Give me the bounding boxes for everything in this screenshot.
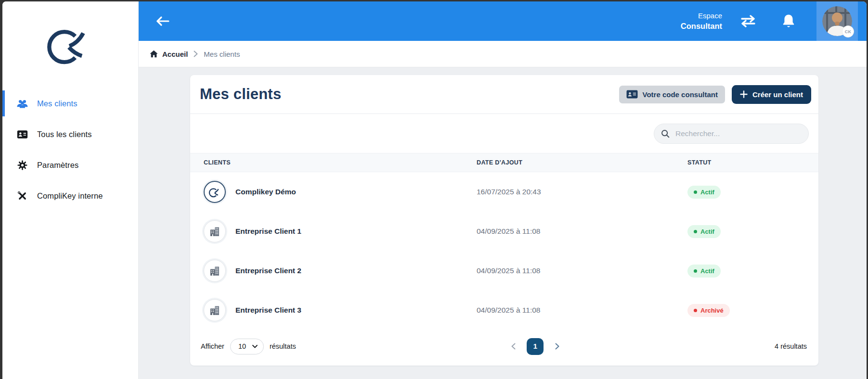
status-badge: Actif (687, 265, 721, 278)
total-results: 4 résultats (775, 342, 807, 350)
building-icon (209, 304, 220, 316)
clients-card: Mes clients Votre code consultant (190, 75, 818, 366)
client-name: Entreprise Client 1 (235, 227, 301, 236)
previous-page-button[interactable] (507, 340, 519, 353)
sidebar-item-label: CompliKey interne (37, 191, 103, 201)
building-avatar (204, 220, 226, 242)
gear-icon (16, 159, 28, 171)
header-action-buttons: Votre code consultant Créer un client (619, 85, 811, 104)
sidebar-item-label: Tous les clients (37, 130, 91, 139)
client-name: Complikey Démo (235, 188, 296, 196)
avatar-ck-badge: CK (842, 25, 854, 38)
breadcrumb: Accueil Mes clients (139, 41, 867, 67)
back-arrow-button[interactable] (153, 12, 172, 31)
date-added: 04/09/2025 à 11:08 (477, 266, 687, 275)
table-footer: Afficher 10 résultats 1 4 ré (190, 330, 818, 366)
home-icon (150, 50, 158, 58)
status-dot (694, 190, 697, 194)
next-page-button[interactable] (551, 340, 563, 353)
switch-space-button[interactable] (738, 11, 759, 32)
table-row[interactable]: Entreprise Client 2 04/09/2025 à 11:08 A… (190, 251, 818, 291)
header-actions: Espace Consultant (681, 1, 867, 41)
create-client-label: Créer un client (752, 90, 803, 99)
user-avatar[interactable]: CK (822, 6, 852, 36)
sidebar-item-parametres[interactable]: Paramètres (2, 150, 138, 180)
sidebar-item-complikey-interne[interactable]: CompliKey interne (2, 180, 138, 211)
pagination: 1 (296, 338, 775, 355)
top-header-bar: Espace Consultant (139, 1, 867, 41)
espace-consultant-label: Espace Consultant (681, 11, 722, 32)
card-header: Mes clients Votre code consultant (190, 75, 818, 114)
breadcrumb-home-label: Accueil (162, 50, 188, 58)
page-title: Mes clients (200, 86, 281, 103)
plus-icon (740, 90, 748, 98)
date-added: 16/07/2025 à 20:43 (477, 188, 687, 196)
create-client-button[interactable]: Créer un client (732, 85, 811, 104)
status-dot (694, 230, 697, 233)
building-avatar (204, 260, 226, 282)
building-icon (209, 265, 220, 277)
sidebar-item-label: Paramètres (37, 161, 78, 170)
column-header-date: DATE D'AJOUT (477, 159, 687, 166)
breadcrumb-home-link[interactable]: Accueil (150, 50, 188, 58)
table-row[interactable]: Entreprise Client 3 04/09/2025 à 11:08 A… (190, 291, 818, 330)
status-badge: Actif (687, 225, 721, 238)
complikey-logo[interactable] (2, 1, 138, 88)
search-icon (661, 129, 670, 140)
main-content: Mes clients Votre code consultant (139, 67, 867, 379)
sidebar-item-tous-les-clients[interactable]: Tous les clients (2, 119, 138, 150)
notifications-bell-icon[interactable] (778, 11, 799, 32)
consultant-code-button[interactable]: Votre code consultant (619, 86, 725, 103)
show-label: Afficher (201, 342, 224, 350)
table-header-row: CLIENTS DATE D'AJOUT STATUT (190, 153, 818, 172)
status-badge: Actif (687, 186, 721, 199)
status-badge: Archivé (687, 304, 730, 317)
date-added: 04/09/2025 à 11:08 (477, 227, 687, 236)
client-name: Entreprise Client 2 (235, 266, 301, 275)
consultant-code-label: Votre code consultant (643, 90, 718, 99)
status-dot (694, 309, 697, 312)
table-row[interactable]: Entreprise Client 1 04/09/2025 à 11:08 A… (190, 212, 818, 251)
building-avatar (204, 299, 226, 321)
table-row[interactable]: Complikey Démo 16/07/2025 à 20:43 Actif (190, 172, 818, 212)
sidebar-nav: Mes clients Tous les clients (2, 88, 138, 211)
breadcrumb-current: Mes clients (204, 50, 240, 58)
current-page-button[interactable]: 1 (527, 338, 544, 355)
results-label: résultats (270, 342, 296, 350)
column-header-clients: CLIENTS (204, 159, 477, 166)
page-size-control: Afficher 10 résultats (201, 339, 296, 354)
id-card-icon (626, 90, 638, 99)
search-row (190, 114, 818, 153)
status-dot (694, 269, 697, 273)
column-header-status: STATUT (687, 159, 818, 166)
table-body: Complikey Démo 16/07/2025 à 20:43 Actif … (190, 172, 818, 330)
page-size-select[interactable]: 10 (230, 339, 264, 354)
users-group-icon (16, 98, 28, 109)
search-box (654, 124, 809, 144)
building-icon (209, 226, 220, 237)
app-window: Mes clients Tous les clients (2, 1, 867, 379)
search-input[interactable] (654, 124, 809, 144)
sidebar-item-label: Mes clients (37, 99, 78, 108)
chevron-right-icon (194, 51, 198, 57)
date-added: 04/09/2025 à 11:08 (477, 306, 687, 315)
client-name: Entreprise Client 3 (235, 306, 301, 315)
client-logo-avatar (204, 181, 226, 203)
sidebar: Mes clients Tous les clients (2, 1, 139, 379)
sidebar-item-mes-clients[interactable]: Mes clients (2, 88, 138, 119)
chevron-down-icon (252, 345, 258, 348)
tools-icon (16, 190, 28, 202)
contact-card-icon (16, 128, 28, 140)
avatar-block: CK (816, 1, 858, 41)
